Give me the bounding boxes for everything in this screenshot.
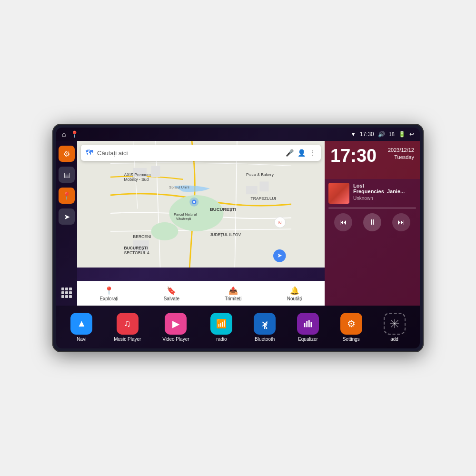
music-pause-button[interactable]: ⏸: [363, 213, 381, 231]
app-dock: ▲ Navi ♫ Music Player ▶ Video Player 📶: [56, 306, 420, 348]
svg-rect-28: [306, 321, 307, 327]
music-title: Lost Frequencies_Janie...: [353, 183, 416, 194]
music-note-icon: ♫: [124, 318, 131, 329]
map-search-bar[interactable]: 🗺 Căutați aici 🎤 👤 ⋮: [81, 145, 321, 161]
svg-text:JUDEȚUL ILFOV: JUDEȚUL ILFOV: [210, 232, 241, 237]
more-icon[interactable]: ⋮: [309, 149, 316, 157]
music-player-label: Music Player: [114, 337, 141, 342]
settings-sidebar-btn[interactable]: ⚙: [59, 146, 75, 162]
nav-arrow-icon: ➤: [64, 212, 70, 221]
app-radio[interactable]: 📶 radio: [210, 313, 232, 342]
music-controls: ⏮ ⏸ ⏭: [328, 213, 416, 231]
svg-point-2: [151, 222, 178, 240]
equalizer-label: Equalizer: [298, 337, 318, 342]
battery-icon: 🔋: [398, 131, 406, 138]
map-container[interactable]: AXIS Premium Mobility - Sud Pizza & Bake…: [77, 141, 325, 268]
map-nav-saved[interactable]: 🔖 Salvate: [164, 286, 179, 301]
search-placeholder-text[interactable]: Căutați aici: [97, 149, 282, 157]
app-equalizer[interactable]: Equalizer: [297, 313, 319, 342]
video-player-icon: ▶: [165, 313, 187, 335]
settings-label: Settings: [343, 337, 360, 342]
video-player-label: Video Player: [162, 337, 189, 342]
radio-wave-icon: 📶: [216, 318, 227, 329]
app-settings[interactable]: ⚙ Settings: [340, 313, 362, 342]
add-app-icon: [384, 313, 406, 335]
svg-rect-30: [310, 322, 312, 327]
settings-app-icon: ⚙: [340, 313, 362, 335]
map-area[interactable]: AXIS Premium Mobility - Sud Pizza & Bake…: [77, 141, 325, 306]
right-panel: 17:30 2023/12/12 Tuesday Lost Frequencie…: [325, 141, 420, 306]
music-info: Lost Frequencies_Janie... Unknown: [328, 183, 416, 204]
bluetooth-symbol-icon: [259, 318, 270, 329]
music-player-icon: ♫: [117, 313, 139, 335]
map-pin-sidebar-icon: 📍: [62, 191, 71, 200]
play-icon: ▶: [172, 318, 179, 329]
share-icon: 📤: [228, 286, 238, 295]
music-progress-bar[interactable]: [328, 208, 416, 208]
pause-icon: ⏸: [368, 218, 376, 227]
music-artist: Unknown: [353, 196, 416, 201]
svg-text:➤: ➤: [277, 252, 282, 259]
album-art-image: [328, 183, 349, 204]
radio-icon: 📶: [210, 313, 232, 335]
location-sidebar-btn[interactable]: 📍: [59, 188, 75, 204]
layers-sidebar-btn[interactable]: ▤: [59, 167, 75, 183]
settings-gear-icon: ⚙: [347, 318, 356, 329]
device-frame: ⌂ 📍 ▼ 17:30 🔊 18 🔋 ↩ ⚙ ▤: [52, 124, 424, 352]
google-maps-icon: 🗺: [86, 149, 93, 157]
app-navi[interactable]: ▲ Navi: [70, 313, 92, 342]
search-action-icons: 🎤 👤 ⋮: [286, 149, 316, 157]
app-bluetooth[interactable]: Bluetooth: [254, 313, 276, 342]
news-icon: 🔔: [290, 286, 299, 295]
home-icon[interactable]: ⌂: [62, 130, 66, 138]
sidebar: ⚙ ▤ 📍 ➤: [56, 141, 77, 306]
music-text: Lost Frequencies_Janie... Unknown: [353, 183, 416, 201]
saved-icon: 🔖: [167, 286, 176, 295]
album-art: [328, 183, 349, 204]
add-label: add: [390, 337, 398, 342]
svg-rect-27: [304, 323, 306, 327]
app-music-player[interactable]: ♫ Music Player: [114, 313, 141, 342]
svg-text:N: N: [278, 220, 282, 225]
account-icon[interactable]: 👤: [298, 149, 306, 157]
app-add[interactable]: add: [384, 313, 406, 342]
app-video-player[interactable]: ▶ Video Player: [162, 313, 189, 342]
explore-icon: 📍: [104, 286, 114, 295]
music-prev-button[interactable]: ⏮: [334, 213, 352, 231]
svg-text:AXIS Premium: AXIS Premium: [124, 172, 151, 177]
status-right: ▼ 17:30 🔊 18 🔋 ↩: [351, 131, 414, 138]
navigation-sidebar-btn[interactable]: ➤: [59, 208, 75, 225]
back-icon[interactable]: ↩: [409, 131, 414, 138]
map-nav-explore[interactable]: 📍 Explorați: [100, 286, 119, 301]
bluetooth-icon-wrapper: [254, 313, 276, 335]
clock-date-display: 2023/12/12 Tuesday: [388, 147, 414, 161]
mic-icon[interactable]: 🎤: [286, 149, 294, 157]
svg-text:Splaiul Unirii: Splaiul Unirii: [169, 185, 190, 189]
radio-label: radio: [216, 337, 227, 342]
svg-text:TRAPEZULUI: TRAPEZULUI: [251, 196, 276, 201]
wifi-icon: ▼: [351, 131, 356, 137]
clock-day: Tuesday: [388, 154, 414, 161]
grid-menu-btn[interactable]: [59, 285, 75, 301]
add-plus-icon: [389, 318, 400, 329]
svg-rect-29: [308, 320, 310, 327]
svg-rect-4: [151, 166, 160, 177]
layers-icon: ▤: [64, 171, 70, 178]
map-nav-share[interactable]: 📤 Trimiteți: [225, 286, 241, 301]
map-nav-news[interactable]: 🔔 Noutăți: [287, 286, 302, 301]
music-next-button[interactable]: ⏭: [392, 213, 410, 231]
navi-icon: ▲: [70, 313, 92, 335]
svg-text:BERCENI: BERCENI: [133, 234, 151, 239]
bluetooth-label: Bluetooth: [255, 337, 275, 342]
location-icon[interactable]: 📍: [70, 130, 79, 138]
svg-text:BUCUREȘTI: BUCUREȘTI: [124, 246, 148, 250]
map-bottom-nav: 📍 Explorați 🔖 Salvate 📤 Trimiteți 🔔 Nout…: [77, 281, 325, 306]
navi-label: Navi: [77, 337, 86, 342]
navi-arrow-icon: ▲: [77, 318, 86, 329]
gear-icon: ⚙: [63, 149, 70, 159]
clock-time-display: 17:30: [330, 147, 377, 165]
status-time: 17:30: [360, 131, 374, 138]
device-screen: ⌂ 📍 ▼ 17:30 🔊 18 🔋 ↩ ⚙ ▤: [56, 128, 420, 348]
svg-rect-6: [260, 182, 269, 192]
status-left: ⌂ 📍: [62, 130, 79, 138]
